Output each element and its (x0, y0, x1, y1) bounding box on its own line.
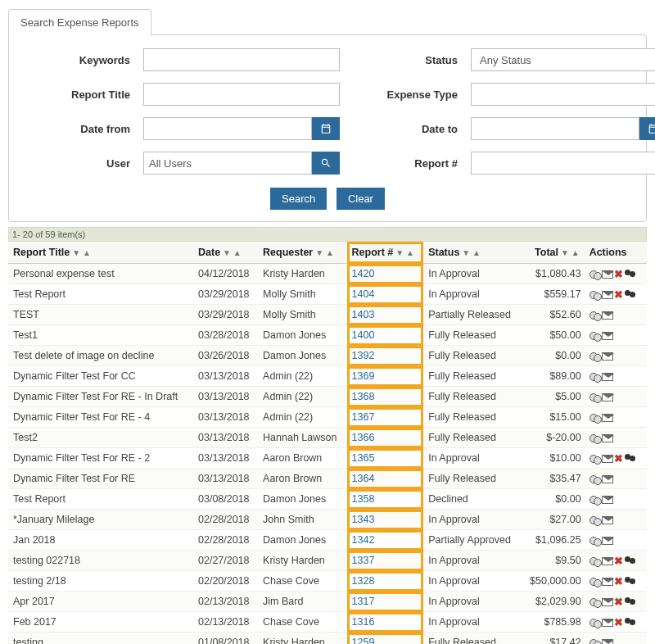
keywords-input[interactable] (143, 48, 340, 71)
coins-icon[interactable] (590, 351, 601, 361)
cell-reportno[interactable]: 1337 (347, 551, 424, 571)
coins-icon[interactable] (590, 495, 601, 505)
coins-icon[interactable] (590, 311, 601, 320)
clear-button[interactable]: Clear (337, 188, 385, 210)
cell-reportno[interactable]: 1403 (347, 305, 424, 325)
calendar-icon[interactable] (312, 117, 340, 140)
coins-icon[interactable] (590, 597, 601, 607)
cancel-icon[interactable]: ✖ (614, 454, 624, 464)
col-date[interactable]: Date▼ ▲ (193, 242, 258, 264)
cell-reportno[interactable]: 1365 (347, 448, 424, 469)
search-icon[interactable] (312, 152, 340, 175)
cell-reportno[interactable]: 1369 (347, 366, 424, 387)
user-input[interactable] (143, 152, 312, 175)
users-icon[interactable] (625, 556, 638, 566)
coins-icon[interactable] (590, 556, 601, 566)
coins-icon[interactable] (590, 372, 601, 382)
cell-reportno[interactable]: 1368 (347, 387, 424, 407)
table-row: Dynamic Filter Test For RE - In Draft03/… (8, 387, 647, 407)
users-icon[interactable] (625, 577, 638, 587)
users-icon[interactable] (625, 454, 638, 464)
cell-actions: ✖ (585, 571, 647, 592)
envelope-icon[interactable] (602, 537, 613, 545)
coins-icon[interactable] (590, 474, 601, 484)
coins-icon[interactable] (590, 290, 601, 300)
envelope-icon[interactable] (602, 414, 613, 422)
cancel-icon[interactable]: ✖ (614, 556, 624, 566)
envelope-icon[interactable] (602, 455, 613, 463)
expense-type-select[interactable] (471, 83, 655, 106)
cell-reportno[interactable]: 1358 (347, 489, 424, 510)
cell-reportno[interactable]: 1316 (347, 612, 424, 633)
cell-reportno[interactable]: 1367 (347, 407, 424, 428)
envelope-icon[interactable] (602, 578, 613, 586)
users-icon[interactable] (625, 290, 638, 300)
cell-reportno[interactable]: 1392 (347, 346, 424, 366)
users-icon[interactable] (625, 597, 638, 607)
envelope-icon[interactable] (602, 639, 613, 644)
coins-icon[interactable] (590, 536, 601, 546)
cell-actions (585, 530, 647, 551)
users-icon[interactable] (625, 270, 638, 279)
tab-search-expense-reports[interactable]: Search Expense Reports (8, 9, 151, 35)
col-requester[interactable]: Requester▼ ▲ (258, 242, 347, 264)
date-to-input[interactable] (471, 117, 639, 140)
envelope-icon[interactable] (602, 373, 613, 381)
envelope-icon[interactable] (602, 516, 613, 524)
envelope-icon[interactable] (602, 270, 613, 279)
users-icon[interactable] (625, 618, 638, 628)
col-title[interactable]: Report Title▼ ▲ (8, 242, 193, 264)
envelope-icon[interactable] (602, 393, 613, 401)
coins-icon[interactable] (590, 331, 601, 341)
calendar-icon[interactable] (639, 117, 655, 140)
envelope-icon[interactable] (602, 619, 613, 627)
coins-icon[interactable] (590, 618, 601, 628)
envelope-icon[interactable] (602, 434, 613, 442)
cancel-icon[interactable]: ✖ (614, 597, 624, 607)
cell-date: 01/08/2018 (193, 633, 258, 645)
coins-icon[interactable] (590, 638, 601, 644)
cancel-icon[interactable]: ✖ (614, 577, 624, 587)
cancel-icon[interactable]: ✖ (614, 270, 624, 279)
coins-icon[interactable] (590, 413, 601, 423)
cell-reportno[interactable]: 1400 (347, 325, 424, 346)
cell-status: In Approval (423, 264, 522, 284)
envelope-icon[interactable] (602, 475, 613, 483)
coins-icon[interactable] (590, 515, 601, 525)
cell-reportno[interactable]: 1366 (347, 428, 424, 448)
envelope-icon[interactable] (602, 598, 613, 606)
envelope-icon[interactable] (602, 496, 613, 504)
cell-reportno[interactable]: 1364 (347, 469, 424, 489)
cell-reportno[interactable]: 1404 (347, 284, 424, 305)
report-title-input[interactable] (143, 83, 340, 106)
table-row: Dynamic Filter Test For RE - 403/13/2018… (8, 407, 647, 428)
report-no-input[interactable] (471, 152, 655, 175)
envelope-icon[interactable] (602, 352, 613, 361)
envelope-icon[interactable] (602, 291, 613, 299)
date-from-input[interactable] (143, 117, 312, 140)
coins-icon[interactable] (590, 454, 601, 464)
cell-actions: ✖ (585, 592, 647, 612)
col-total[interactable]: Total▼ ▲ (522, 242, 585, 264)
cancel-icon[interactable]: ✖ (614, 290, 624, 300)
coins-icon[interactable] (590, 392, 601, 402)
cell-reportno[interactable]: 1328 (347, 571, 424, 592)
cell-reportno[interactable]: 1317 (347, 592, 424, 612)
cell-reportno[interactable]: 1343 (347, 510, 424, 530)
cell-reportno[interactable]: 1259 (347, 633, 424, 645)
envelope-icon[interactable] (602, 311, 613, 320)
cell-status: Fully Released (423, 469, 522, 489)
coins-icon[interactable] (590, 433, 601, 443)
col-reportno[interactable]: Report #▼ ▲ (347, 242, 424, 264)
cancel-icon[interactable]: ✖ (614, 618, 624, 628)
col-status[interactable]: Status▼ ▲ (423, 242, 522, 264)
coins-icon[interactable] (590, 577, 601, 587)
envelope-icon[interactable] (602, 332, 613, 340)
cell-requester: Aaron Brown (258, 448, 347, 469)
envelope-icon[interactable] (602, 557, 613, 565)
status-select[interactable]: Any Status (471, 48, 655, 71)
coins-icon[interactable] (590, 270, 601, 279)
cell-reportno[interactable]: 1420 (347, 264, 424, 284)
search-button[interactable]: Search (270, 188, 327, 210)
cell-reportno[interactable]: 1342 (347, 530, 424, 551)
